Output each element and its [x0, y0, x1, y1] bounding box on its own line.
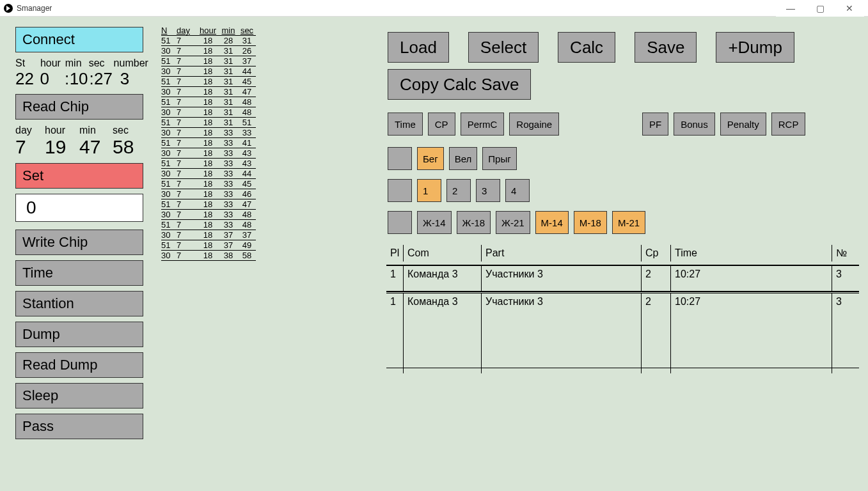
col-time: Time	[670, 245, 832, 261]
log-row: 517183347	[161, 199, 256, 210]
num-1[interactable]: 1	[417, 179, 441, 202]
dump-button[interactable]: Dump	[15, 322, 143, 347]
close-button[interactable]: ✕	[835, 0, 864, 17]
titlebar: Smanager — ▢ ✕	[0, 0, 868, 17]
sleep-button[interactable]: Sleep	[15, 383, 143, 409]
cat-none[interactable]	[388, 211, 412, 234]
log-row: 307183858	[161, 251, 256, 261]
log-row: 307183346	[161, 189, 256, 199]
clock-labels: day hour min sec	[15, 125, 150, 136]
num-2[interactable]: 2	[446, 179, 471, 202]
penalty-filter[interactable]: Penalty	[720, 113, 766, 136]
sport-beg[interactable]: Бег	[417, 147, 444, 170]
sport-pryg[interactable]: Прыг	[482, 147, 516, 170]
minimize-button[interactable]: —	[776, 0, 805, 17]
pf-filter[interactable]: PF	[642, 113, 668, 136]
read-dump-button[interactable]: Read Dump	[15, 352, 143, 378]
log-row: 517183749	[161, 240, 256, 251]
log-row: 307183148	[161, 107, 256, 118]
cat-m21[interactable]: М-21	[612, 211, 645, 234]
sport-vel[interactable]: Вел	[449, 147, 478, 170]
col-com: Com	[403, 245, 481, 261]
log-row: 307183126	[161, 46, 256, 56]
log-row: 517183145	[161, 77, 256, 87]
time-filter[interactable]: Time	[388, 113, 423, 136]
permc-filter[interactable]: PermC	[461, 113, 505, 136]
status-labels: St hour min sec number	[15, 58, 150, 69]
result-row[interactable]: 1Команда 3Участники 3210:273	[386, 292, 859, 368]
col-part: Part	[481, 245, 641, 261]
log-row: 517183148	[161, 97, 256, 107]
connect-button[interactable]: Connect	[15, 27, 143, 52]
cp-filter[interactable]: CP	[428, 113, 455, 136]
log-row: 307183333	[161, 128, 256, 138]
plus-dump-button[interactable]: +Dump	[716, 32, 794, 63]
app-icon	[4, 4, 13, 13]
window-title: Smanager	[17, 4, 52, 13]
stantion-button[interactable]: Stantion	[15, 291, 143, 316]
pass-button[interactable]: Pass	[15, 414, 143, 439]
log-row: 517183151	[161, 118, 256, 128]
log-row: 307183147	[161, 87, 256, 97]
write-chip-button[interactable]: Write Chip	[15, 230, 143, 255]
select-button[interactable]: Select	[468, 32, 539, 63]
time-button[interactable]: Time	[15, 260, 143, 286]
cat-z18[interactable]: Ж-18	[457, 211, 491, 234]
status-values: 22 0 : 10 : 27 3	[15, 69, 150, 89]
copy-calc-save-button[interactable]: Copy Calc Save	[388, 69, 531, 100]
col-no: №	[832, 245, 859, 261]
load-button[interactable]: Load	[388, 32, 449, 63]
num-3[interactable]: 3	[476, 179, 500, 202]
read-chip-button[interactable]: Read Chip	[15, 94, 143, 120]
num-none[interactable]	[388, 179, 412, 202]
log-row: 307183344	[161, 169, 256, 179]
log-row: 517182831	[161, 36, 256, 46]
set-button[interactable]: Set	[15, 163, 143, 189]
maximize-button[interactable]: ▢	[805, 0, 835, 17]
number-input[interactable]	[15, 194, 143, 222]
cat-m18[interactable]: М-18	[574, 211, 607, 234]
sport-none[interactable]	[388, 147, 412, 170]
num-4[interactable]: 4	[505, 179, 530, 202]
log-row: 307183737	[161, 230, 256, 240]
log-row: 517183343	[161, 159, 256, 169]
log-row: 517183348	[161, 220, 256, 230]
calc-button[interactable]: Calc	[558, 32, 615, 63]
clock-values: 7 19 47 58	[15, 136, 150, 158]
rogaine-filter[interactable]: Rogaine	[509, 113, 559, 136]
log-row: 307183348	[161, 210, 256, 220]
log-row: 307183343	[161, 148, 256, 159]
log-table: N day hour min sec 517182831307183126517…	[161, 26, 256, 261]
col-cp: Cp	[641, 245, 670, 261]
cat-z21[interactable]: Ж-21	[496, 211, 530, 234]
log-row: 517183345	[161, 179, 256, 189]
log-row: 517183137	[161, 56, 256, 66]
cat-z14[interactable]: Ж-14	[417, 211, 452, 234]
save-button[interactable]: Save	[635, 32, 697, 63]
col-pl: Pl	[386, 245, 403, 261]
result-table: Pl Com Part Cp Time № 1Команда 3Участник…	[386, 242, 859, 482]
cat-m14[interactable]: М-14	[535, 211, 569, 234]
result-row[interactable]: 1Команда 3Участники 3210:273	[386, 266, 859, 292]
rcp-filter[interactable]: RCP	[771, 113, 806, 136]
bonus-filter[interactable]: Bonus	[674, 113, 715, 136]
log-row: 517183341	[161, 138, 256, 148]
log-row: 307183144	[161, 66, 256, 77]
